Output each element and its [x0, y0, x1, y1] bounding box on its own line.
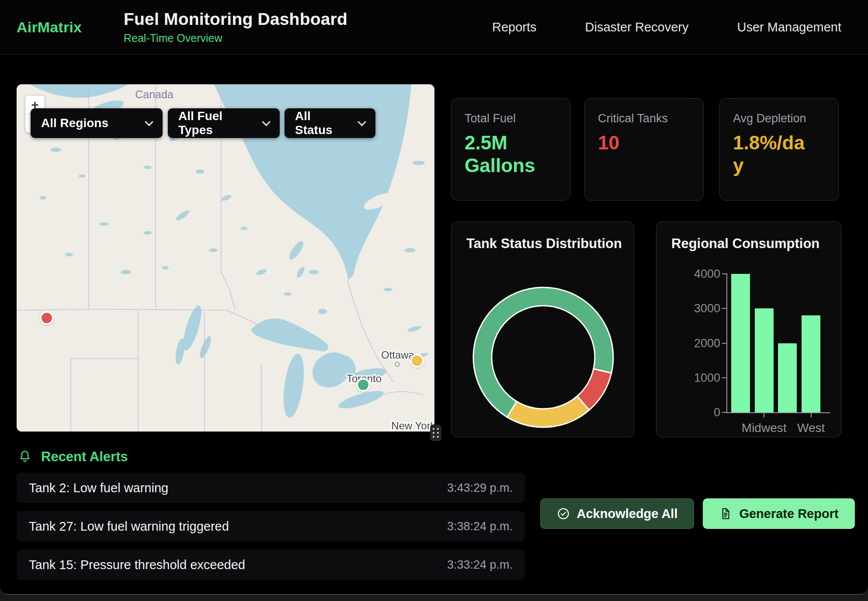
chevron-down-icon [358, 117, 366, 126]
stat-value-critical-tanks: 10 [598, 131, 690, 154]
map-marker-critical[interactable] [40, 311, 54, 325]
x-axis-label: West [781, 421, 842, 435]
chevron-down-icon [262, 117, 271, 126]
page-title: Fuel Monitoring Dashboard [124, 10, 347, 29]
title-block: Fuel Monitoring Dashboard Real-Time Over… [124, 10, 347, 45]
stat-value-avg-depletion: 1.8%/day [733, 131, 807, 177]
chevron-down-icon [145, 117, 153, 126]
tank-status-donut-chart [469, 283, 618, 432]
map-label-new-york: New York [391, 420, 434, 432]
nav-item-user-management[interactable]: User Management [737, 20, 841, 35]
bar-4 [802, 315, 820, 412]
brand-logo: AirMatrix [17, 0, 82, 54]
ottawa-town-dot [396, 363, 399, 366]
map-marker-normal[interactable] [356, 378, 370, 392]
recent-alerts-header: Recent Alerts [17, 449, 128, 465]
chart-title: Tank Status Distribution [466, 236, 622, 252]
alert-message: Tank 15: Pressure threshold exceeded [29, 558, 245, 572]
chart-title: Regional Consumption [671, 236, 819, 252]
map-label-canada: Canada [135, 88, 174, 100]
alert-timestamp: 3:33:24 p.m. [447, 558, 513, 572]
alert-row[interactable]: Tank 15: Pressure threshold exceeded 3:3… [17, 549, 525, 580]
bell-icon [17, 449, 32, 464]
map-resize-handle[interactable] [430, 425, 441, 441]
map-label-ottawa: Ottawa [381, 349, 415, 361]
stat-label: Critical Tanks [598, 112, 690, 125]
acknowledge-all-button[interactable]: Acknowledge All [540, 498, 694, 529]
fuel-type-filter-dropdown[interactable]: All Fuel Types [168, 108, 280, 138]
nav-item-disaster-recovery[interactable]: Disaster Recovery [585, 20, 689, 35]
alert-timestamp: 3:43:29 p.m. [447, 481, 513, 495]
status-filter-dropdown[interactable]: All Status [285, 108, 375, 138]
main-nav: Reports Disaster Recovery User Managemen… [492, 0, 841, 54]
bar-3 [778, 343, 797, 413]
report-document-icon [719, 507, 732, 520]
regional-consumption-bar-chart: 01000200030004000MidwestWest [726, 274, 830, 413]
stat-label: Total Fuel [465, 112, 557, 125]
bar-1 [731, 274, 750, 412]
bar-2 [755, 308, 774, 412]
generate-report-label: Generate Report [739, 507, 838, 521]
status-filter-value: All Status [295, 109, 351, 137]
regions-filter-dropdown[interactable]: All Regions [31, 108, 163, 138]
stat-label: Avg Depletion [733, 112, 825, 125]
tank-status-distribution-card: Tank Status Distribution [451, 221, 634, 437]
check-circle-icon [557, 507, 570, 520]
tank-locations-map[interactable]: Canada Ottawa Toronto New York + − All R… [17, 84, 434, 432]
stat-card-avg-depletion: Avg Depletion 1.8%/day [719, 98, 839, 200]
donut-segment-yellow [507, 396, 589, 427]
regions-filter-value: All Regions [41, 116, 108, 130]
acknowledge-all-label: Acknowledge All [577, 507, 678, 521]
recent-alerts-title: Recent Alerts [41, 449, 128, 465]
page-subtitle: Real-Time Overview [124, 32, 347, 45]
alert-row[interactable]: Tank 27: Low fuel warning triggered 3:38… [17, 511, 525, 542]
dashboard-root: AirMatrix Fuel Monitoring Dashboard Real… [0, 0, 868, 595]
generate-report-button[interactable]: Generate Report [703, 498, 855, 529]
alert-message: Tank 27: Low fuel warning triggered [29, 519, 229, 534]
alert-row[interactable]: Tank 2: Low fuel warning 3:43:29 p.m. [17, 473, 525, 503]
nav-item-reports[interactable]: Reports [492, 20, 537, 35]
map-marker-warning[interactable] [410, 354, 424, 368]
fuel-type-filter-value: All Fuel Types [178, 109, 255, 137]
header: AirMatrix Fuel Monitoring Dashboard Real… [0, 0, 868, 55]
alert-message: Tank 2: Low fuel warning [29, 481, 168, 495]
stat-card-critical-tanks: Critical Tanks 10 [584, 98, 704, 200]
regional-consumption-card: Regional Consumption 01000200030004000Mi… [656, 221, 841, 437]
alert-timestamp: 3:38:24 p.m. [447, 520, 513, 533]
stat-value-total-fuel: 2.5M Gallons [465, 131, 557, 177]
stat-card-total-fuel: Total Fuel 2.5M Gallons [451, 98, 570, 200]
